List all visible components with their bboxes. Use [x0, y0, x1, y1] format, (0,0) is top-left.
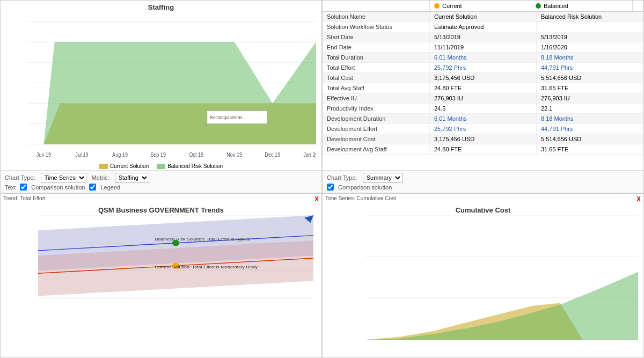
row-label: Solution Workflow Status: [323, 22, 430, 32]
summary-checkbox-row: Comparison solution: [327, 184, 639, 191]
table-row: Productivity Index24.522.1: [323, 104, 643, 114]
svg-text:Aug 19: Aug 19: [112, 152, 128, 158]
row-current: Current Solution: [430, 12, 537, 21]
table-row: Development Duration6.01 Months8.18 Mont…: [323, 114, 643, 124]
table-row: Total Duration6.01 Months8.18 Months: [323, 53, 643, 63]
table-row: Development Cost3,175,456 USD5,514,656 U…: [323, 134, 643, 144]
summary-chart-type-select[interactable]: Summary: [363, 173, 402, 182]
row-label: Productivity Index: [323, 104, 430, 113]
table-row: Effective IU276,903 IU276,903 IU: [323, 93, 643, 104]
metric-label: Metric:: [92, 174, 109, 181]
row-label: Solution Name: [323, 12, 430, 21]
metric-select[interactable]: Staffing Effort Cost: [115, 173, 149, 182]
row-label: Total Duration: [323, 53, 430, 62]
table-row: Total Effort25,792 Phrs44,791 Phrs: [323, 63, 643, 73]
summary-table[interactable]: Solution NameCurrent SolutionBalanced Ri…: [323, 12, 643, 170]
row-label: Development Avg Staff: [323, 144, 430, 154]
summary-panel: Current Balanced Solution NameCurrent So…: [322, 0, 644, 193]
th-current: Current: [430, 1, 531, 11]
staffing-controls: Chart Type: Time Series XY Bar Metric: S…: [1, 170, 321, 193]
table-row: Start Date5/13/20195/13/2019: [323, 32, 643, 42]
row-balanced: 8.18 Months: [537, 53, 643, 62]
row-balanced: 31.65 FTE: [537, 83, 643, 93]
row-balanced: 31.65 FTE: [537, 144, 643, 154]
th-balanced: Balanced: [531, 1, 633, 11]
summary-comparison-label: Comparison solution: [338, 184, 392, 191]
row-current: 24.80 FTE: [430, 144, 537, 154]
summary-comparison-checkbox[interactable]: [327, 184, 334, 191]
row-current: 24.5: [430, 104, 537, 113]
cumcost-panel: Time Series: Cumulative Cost X Cumulativ…: [322, 193, 644, 358]
row-label: End Date: [323, 42, 430, 52]
current-swatch: [99, 164, 108, 169]
table-row: End Date11/11/20191/16/2020: [323, 42, 643, 53]
svg-text:Jul 19: Jul 19: [75, 152, 89, 158]
checkbox-row: Text Comparison solution Legend: [5, 184, 317, 191]
balanced-dot: [536, 3, 541, 9]
table-header: Current Balanced: [323, 1, 643, 12]
summary-control-row: Chart Type: Summary: [327, 173, 639, 182]
row-label: Total Cost: [323, 73, 430, 83]
row-current: 3,175,456 USD: [430, 134, 537, 144]
table-row: Total Avg Staff24.80 FTE31.65 FTE: [323, 83, 643, 93]
row-current: Estimate Approved: [430, 22, 537, 32]
trend-title: QSM Business GOVERNMENT Trends: [1, 203, 321, 215]
legend-balanced: Balanced Risk Solution: [157, 163, 223, 169]
staffing-chart-area: 35 30 25 20 15 10 5 Jun 19 Jul 19 Aug 19…: [1, 12, 321, 162]
staffing-chart-svg: 35 30 25 20 15 10 5 Jun 19 Jul 19 Aug 19…: [27, 15, 316, 162]
table-row: Development Effort25,792 Phrs44,791 Phrs: [323, 124, 643, 134]
row-balanced: [537, 22, 643, 32]
svg-text:Jun 19: Jun 19: [36, 152, 52, 158]
svg-text:Dec 19: Dec 19: [265, 152, 280, 158]
comparison-label: Comparison solution: [31, 184, 85, 191]
trend-chart-svg: Balanced Risk Solution: Total Effort is …: [38, 215, 313, 326]
table-row: Solution NameCurrent SolutionBalanced Ri…: [323, 12, 643, 22]
row-current: 25,792 Phrs: [430, 124, 537, 134]
svg-marker-15: [43, 42, 316, 144]
row-label: Development Duration: [323, 114, 430, 123]
row-label: Total Avg Staff: [323, 83, 430, 93]
svg-text:Nov 19: Nov 19: [226, 152, 242, 158]
staffing-title: Staffing: [1, 1, 321, 12]
svg-text:Current Solution: Total Effort: Current Solution: Total Effort is Modera…: [155, 265, 258, 269]
trend-close[interactable]: X: [314, 195, 319, 203]
current-dot: [434, 3, 440, 9]
row-label: Development Cost: [323, 134, 430, 144]
row-current: 25,792 Phrs: [430, 63, 537, 72]
row-balanced: Balanced Risk Solution: [537, 12, 643, 21]
legend-current: Current Solution: [99, 163, 149, 169]
table-row: Total Cost3,175,456 USD5,514,656 USD: [323, 73, 643, 83]
comparison-checkbox[interactable]: [89, 184, 96, 191]
row-current: 24.80 FTE: [430, 83, 537, 93]
cumcost-subtitle: Time Series: Cumulative Cost: [325, 195, 396, 201]
chart-type-label: Chart Type:: [5, 174, 35, 181]
row-current: 5/13/2019: [430, 32, 537, 42]
row-current: 11/11/2019: [430, 42, 537, 52]
text-checkbox[interactable]: [20, 184, 27, 191]
chart-type-select[interactable]: Time Series XY Bar: [41, 173, 86, 182]
row-balanced: 44,791 Phrs: [537, 63, 643, 72]
cumcost-title: Cumulative Cost: [323, 203, 643, 215]
svg-marker-53: [365, 272, 638, 340]
row-label: Start Date: [323, 32, 430, 42]
row-label: Development Effort: [323, 124, 430, 134]
row-current: 6.01 Months: [430, 114, 537, 123]
staffing-panel: Staffing 35 30 25 20 15 10 5: [0, 0, 322, 193]
row-balanced: 5,514,656 USD: [537, 134, 643, 144]
row-balanced: 276,903 IU: [537, 93, 643, 103]
row-label: Effective IU: [323, 93, 430, 103]
row-label: Total Effort: [323, 63, 430, 72]
cumcost-chart-svg: 6,000,000 4,000,000 2,000,000 Cumulative…: [365, 215, 638, 340]
cumcost-close[interactable]: X: [636, 195, 641, 203]
table-row: Solution Workflow StatusEstimate Approve…: [323, 22, 643, 32]
svg-text:Balanced Risk Solution: Total : Balanced Risk Solution: Total Effort is …: [155, 237, 250, 242]
summary-chart-type-label: Chart Type:: [327, 174, 357, 181]
svg-text:Jan 20: Jan 20: [303, 152, 316, 158]
control-row-1: Chart Type: Time Series XY Bar Metric: S…: [5, 173, 317, 182]
th-empty: [323, 1, 430, 11]
row-balanced: 5/13/2019: [537, 32, 643, 42]
table-row: Development Avg Staff24.80 FTE31.65 FTE: [323, 144, 643, 155]
summary-controls: Chart Type: Summary Comparison solution: [323, 170, 643, 193]
trend-subtitle: Trend: Total Effort: [3, 195, 46, 201]
row-current: 6.01 Months: [430, 53, 537, 62]
